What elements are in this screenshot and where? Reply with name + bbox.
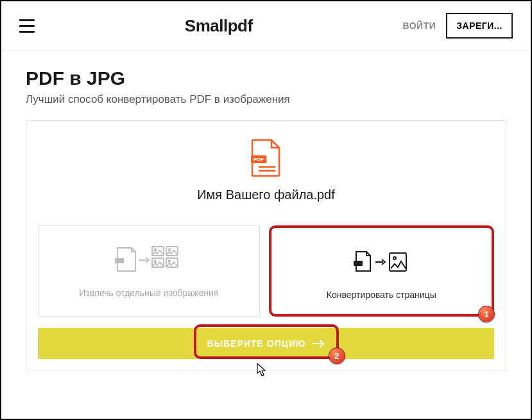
- extract-images-icon: PDF: [49, 244, 249, 276]
- login-link[interactable]: ВОЙТИ: [402, 21, 436, 31]
- page-subtitle: Лучший способ конвертировать PDF в изобр…: [26, 93, 506, 106]
- option-extract-images[interactable]: PDF Извлечь отдельные изображения: [38, 225, 260, 317]
- pdf-file-icon: PDF: [250, 139, 283, 180]
- annotation-badge-2: 2: [329, 347, 345, 364]
- svg-text:PDF: PDF: [355, 261, 363, 265]
- svg-point-13: [168, 261, 170, 263]
- file-name: Имя Вашего файла.pdf: [38, 188, 494, 202]
- menu-icon[interactable]: [19, 19, 35, 33]
- header: Smallpdf ВОЙТИ ЗАРЕГИ...: [1, 1, 531, 51]
- svg-rect-10: [152, 258, 164, 267]
- arrow-right-icon: [313, 339, 325, 348]
- svg-point-11: [154, 261, 156, 263]
- option-convert-label: Конвертировать страницы: [282, 290, 482, 300]
- option-convert-pages[interactable]: PDF Конвертировать страницы 1: [269, 225, 495, 317]
- svg-point-9: [168, 249, 170, 251]
- svg-rect-8: [166, 247, 178, 256]
- logo: Smallpdf: [185, 16, 253, 36]
- page-title: PDF в JPG: [26, 67, 506, 89]
- svg-text:PDF: PDF: [253, 157, 264, 162]
- svg-point-7: [154, 249, 156, 251]
- svg-text:PDF: PDF: [116, 259, 123, 263]
- svg-rect-12: [166, 258, 178, 267]
- svg-rect-16: [390, 253, 406, 271]
- cta-label: ВЫБЕРИТЕ ОПЦИЮ: [207, 338, 305, 349]
- option-extract-label: Извлечь отдельные изображения: [49, 288, 249, 298]
- main-panel: PDF Имя Вашего файла.pdf: [26, 120, 506, 371]
- svg-point-17: [393, 257, 396, 259]
- convert-pages-icon: PDF: [282, 246, 482, 278]
- register-button[interactable]: ЗАРЕГИ...: [446, 13, 513, 39]
- svg-rect-6: [152, 247, 164, 256]
- annotation-badge-1: 1: [478, 306, 495, 322]
- choose-option-button[interactable]: ВЫБЕРИТЕ ОПЦИЮ: [38, 328, 494, 359]
